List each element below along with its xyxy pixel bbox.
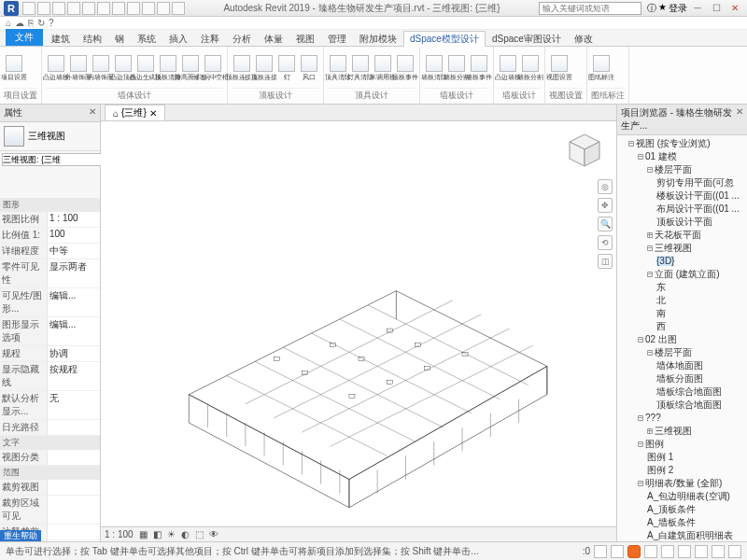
ribbon-button-2-0[interactable]: 顶板连接点 xyxy=(232,55,252,82)
qat-open-icon[interactable] xyxy=(22,2,35,15)
tree-item[interactable]: 南 xyxy=(656,307,745,320)
property-value[interactable]: 1 : 100 xyxy=(47,212,100,227)
tree-3dview[interactable]: 三维视图 xyxy=(655,243,692,253)
property-row[interactable]: 比例值 1:100 xyxy=(0,228,100,244)
ribbon-button-3-0[interactable]: 顶具清除 xyxy=(328,55,348,82)
ribbon-tab-13[interactable]: 修改 xyxy=(568,31,599,47)
ribbon-button-5-0[interactable]: 凸边墙板 xyxy=(498,55,518,82)
property-row[interactable]: 视图分类 xyxy=(0,450,100,466)
ribbon-tab-4[interactable]: 插入 xyxy=(162,31,194,47)
tab-close-icon[interactable]: ✕ xyxy=(149,108,157,119)
tree-node-01[interactable]: 01 建模 xyxy=(645,151,677,161)
property-value[interactable]: 编辑... xyxy=(47,288,100,316)
tree-item[interactable]: 东 xyxy=(656,281,745,294)
login-link[interactable]: 登录 xyxy=(669,2,687,15)
drawing-canvas[interactable] xyxy=(101,121,616,526)
tree-item[interactable]: 墙体地面图 xyxy=(656,359,745,372)
tree-item[interactable]: A_顶板条件 xyxy=(647,503,745,516)
property-row[interactable]: 规程协调 xyxy=(0,346,100,362)
ribbon-button-1-2[interactable]: 内墙饰面 xyxy=(91,55,111,82)
ribbon-tab-6[interactable]: 分析 xyxy=(226,31,258,47)
property-row[interactable]: 裁剪区域可见 xyxy=(0,496,100,525)
qat-print-icon[interactable] xyxy=(82,2,95,15)
property-value[interactable] xyxy=(47,525,100,539)
tree-item[interactable]: A_白建筑面积明细表 xyxy=(647,529,745,541)
type-selector[interactable]: 三维视图 xyxy=(0,122,100,151)
shadow-icon[interactable]: ◐ xyxy=(181,529,190,539)
tree-node-02[interactable]: 02 出图 xyxy=(645,334,677,344)
sync-icon[interactable]: ↻ xyxy=(37,18,45,28)
ribbon-button-5-1[interactable]: 墙板分割 xyxy=(520,55,541,82)
view-cube[interactable] xyxy=(564,131,605,172)
info-center-icon[interactable]: ⓘ xyxy=(647,2,656,15)
search-input[interactable] xyxy=(539,2,641,15)
tree-schedules[interactable]: 明细表/数量 (全部) xyxy=(645,478,722,488)
scale-display[interactable]: 1 : 100 xyxy=(105,529,134,539)
tree-item[interactable]: 墙板分面图 xyxy=(656,372,745,385)
property-row[interactable]: 详细程度中等 xyxy=(0,244,100,259)
tree-unknown[interactable]: ??? xyxy=(645,413,661,423)
ribbon-button-0-0[interactable]: 项目设置 xyxy=(4,55,24,82)
property-row[interactable]: 显示隐藏线按规程 xyxy=(0,362,100,391)
ribbon-button-1-4[interactable]: 凸边生成板 xyxy=(135,55,156,82)
qat-text-icon[interactable] xyxy=(112,2,125,15)
property-value[interactable] xyxy=(47,496,100,524)
home-icon[interactable]: ⌂ xyxy=(6,18,11,28)
property-row[interactable]: 日光路径 xyxy=(0,420,100,436)
tree-item[interactable]: A_包边明细表(空调) xyxy=(647,490,745,503)
pan-icon[interactable]: ✥ xyxy=(598,198,613,213)
tree-ceilplan[interactable]: 天花板平面 xyxy=(655,230,701,240)
tree-item[interactable]: 墙板综合地面图 xyxy=(656,385,745,399)
tree-legend[interactable]: 图例 xyxy=(645,439,664,449)
tree-item-3d[interactable]: {3D} xyxy=(656,256,674,266)
qat-sync-icon[interactable] xyxy=(127,2,140,15)
property-value[interactable]: 编辑... xyxy=(47,317,100,345)
project-tree[interactable]: ⊟视图 (按专业浏览) ⊟01 建模 ⊟楼层平面 剪切专用平面(可忽楼板设计平面… xyxy=(617,135,747,541)
detail-level-icon[interactable]: ▦ xyxy=(139,529,148,539)
ribbon-tab-0[interactable]: 建筑 xyxy=(45,31,77,47)
select-face-icon[interactable] xyxy=(695,545,708,558)
minimize-button[interactable]: ─ xyxy=(689,2,706,15)
crop-icon[interactable]: ⬚ xyxy=(195,529,204,539)
ribbon-button-6-0[interactable]: 视图设置 xyxy=(549,55,570,82)
ribbon-tab-2[interactable]: 钢 xyxy=(108,31,131,47)
property-row[interactable]: 默认分析显示...无 xyxy=(0,391,100,420)
link-icon[interactable]: ⎘ xyxy=(28,18,34,28)
property-row[interactable]: 图形显示选项编辑... xyxy=(0,317,100,346)
ribbon-tab-12[interactable]: dSpace审图设计 xyxy=(486,31,568,47)
ribbon-tab-1[interactable]: 结构 xyxy=(77,31,108,47)
editable-only-icon[interactable] xyxy=(611,545,624,558)
ribbon-button-2-3[interactable]: 风口 xyxy=(299,55,319,82)
ribbon-button-2-2[interactable]: 灯 xyxy=(276,55,297,82)
sunpath-icon[interactable]: ☀ xyxy=(167,529,176,539)
steering-wheel-icon[interactable]: ◎ xyxy=(598,179,613,194)
property-row[interactable]: 可见性/图形...编辑... xyxy=(0,288,100,317)
hide-isolate-icon[interactable]: 👁 xyxy=(209,529,218,539)
qat-measure-icon[interactable] xyxy=(97,2,110,15)
property-value[interactable] xyxy=(47,420,100,435)
tree-3dview2[interactable]: 三维视图 xyxy=(655,426,692,436)
qat-save-icon[interactable] xyxy=(37,2,50,15)
tree-elevation[interactable]: 立面 (建筑立面) xyxy=(655,269,719,279)
select-pinned-icon[interactable] xyxy=(678,545,691,558)
tree-item[interactable]: 布局设计平面((01 ... xyxy=(656,203,745,216)
qat-more-icon[interactable] xyxy=(172,2,185,15)
maximize-button[interactable]: ☐ xyxy=(708,2,725,15)
tree-floorplan2[interactable]: 楼层平面 xyxy=(655,347,692,357)
instance-selector[interactable] xyxy=(2,153,108,166)
property-value[interactable]: 100 xyxy=(47,228,100,243)
properties-close-icon[interactable]: ✕ xyxy=(89,106,96,119)
visual-style-icon[interactable]: ◧ xyxy=(153,529,162,539)
tree-item[interactable]: A_墙板条件 xyxy=(647,516,745,529)
tree-item[interactable]: 剪切专用平面(可忽 xyxy=(656,176,745,189)
ribbon-button-4-2[interactable]: 墙板事件 xyxy=(469,55,489,82)
filter-icon[interactable] xyxy=(728,545,741,558)
property-value[interactable] xyxy=(47,450,100,465)
ribbon-button-3-3[interactable]: 顶板事件 xyxy=(395,55,416,82)
sync-status-icon[interactable] xyxy=(627,545,641,558)
tree-floorplan[interactable]: 楼层平面 xyxy=(655,164,692,175)
ribbon-tab-9[interactable]: 管理 xyxy=(321,31,353,47)
ribbon-tab-5[interactable]: 注释 xyxy=(194,31,226,47)
qat-redo-icon[interactable] xyxy=(67,2,80,15)
qat-undo-icon[interactable] xyxy=(52,2,65,15)
